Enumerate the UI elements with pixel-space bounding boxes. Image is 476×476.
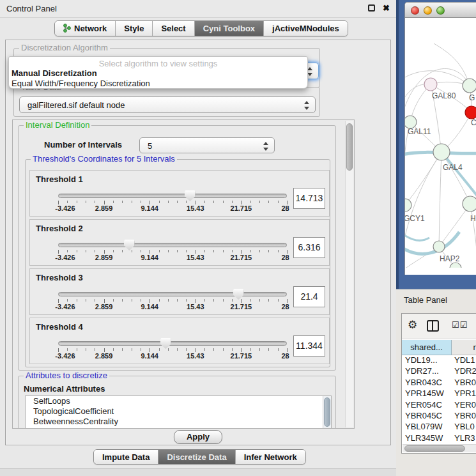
float-window-icon[interactable]: [368, 4, 375, 12]
minimize-traffic-light-icon[interactable]: [424, 6, 432, 15]
threshold-4-slider-thumb[interactable]: [160, 338, 171, 349]
threshold-2-value[interactable]: 6.316: [293, 237, 325, 258]
table-row[interactable]: YBR045CYBR0: [402, 411, 476, 422]
node-label: GCY1: [405, 214, 425, 223]
table-panel-body: ⚙ ☑☑ shared... na YDL19...YDL1 YDR27...Y…: [396, 311, 476, 455]
numerical-attributes-heading: Numerical Attributes: [24, 384, 105, 394]
tab-style-label: Style: [124, 24, 144, 33]
threshold-2-slider-thumb[interactable]: [124, 240, 135, 250]
column-header-name[interactable]: na: [452, 340, 476, 355]
control-panel-window: Control Panel ✖ Network Style Select Cyn: [0, 0, 396, 476]
tab-discretize-data[interactable]: Discretize Data: [158, 450, 235, 464]
table-row[interactable]: YPR145WYPR1: [402, 388, 476, 399]
zoom-traffic-light-icon[interactable]: [436, 6, 445, 15]
combo-arrows-icon: [263, 141, 268, 151]
number-of-intervals-combobox[interactable]: 5: [139, 137, 275, 153]
network-icon: [63, 24, 71, 35]
cyni-bottom-tabs: Impute Data Discretize Data Infer Networ…: [93, 449, 306, 464]
numerical-attributes-list[interactable]: SelfLoops TopologicalCoefficient Between…: [25, 395, 332, 429]
table-row[interactable]: YBR043CYBR0: [402, 378, 476, 388]
attributes-list-scrollbar[interactable]: [323, 396, 331, 429]
table-row[interactable]: YBL079WYBL0: [402, 422, 476, 433]
number-of-intervals-value: 5: [148, 141, 152, 151]
discretization-algorithm-title: Discretization Algorithm: [19, 43, 110, 52]
threshold-3-slider-thumb[interactable]: [233, 289, 244, 300]
tab-jactivemnodules-label: jActiveMNodules: [272, 24, 339, 33]
threshold-1-slider[interactable]: [58, 194, 287, 198]
tab-network-label: Network: [74, 24, 107, 33]
node-table: ⚙ ☑☑ shared... na YDL19...YDL1 YDR27...Y…: [401, 313, 476, 454]
threshold-4-value[interactable]: 11.344: [293, 335, 325, 357]
algorithm-popup-hint: Select algorithm to view settings: [9, 57, 307, 68]
attributes-group: Attributes to discretize Numerical Attri…: [18, 376, 336, 429]
attributes-group-title: Attributes to discretize: [24, 371, 109, 380]
table-toolbar: ⚙ ☑☑: [402, 314, 476, 339]
control-panel-tabs: Network Style Select Cyni Toolbox jActiv…: [54, 20, 348, 36]
tab-infer-network-label: Infer Network: [244, 452, 297, 462]
tab-impute-data-label: Impute Data: [102, 452, 150, 462]
option-manual-discretization[interactable]: Manual Discretization: [9, 68, 307, 79]
threshold-1-panel: Threshold 1 -3.426 2.859: [29, 170, 330, 217]
node-h[interactable]: [463, 196, 476, 211]
node-gal80[interactable]: [424, 78, 437, 91]
tab-cyni-toolbox[interactable]: Cyni Toolbox: [195, 21, 264, 36]
tab-discretize-data-label: Discretize Data: [167, 452, 226, 462]
node-g[interactable]: [463, 79, 476, 93]
threshold-2-scale-labels: -3.426 2.859 9.144 15.43 21.715 28: [58, 254, 287, 261]
threshold-1-value[interactable]: 14.713: [293, 188, 325, 209]
node-gal11[interactable]: [405, 116, 417, 128]
right-panel: GAL80 G C GAL11 GAL4 GCY1 H HAP2 Table P…: [396, 0, 476, 476]
interval-definition-group: Interval Definition Number of Intervals …: [18, 125, 336, 371]
node-label: C: [471, 118, 476, 127]
node-red[interactable]: [465, 106, 476, 119]
table-row[interactable]: YER054CYER0: [402, 400, 476, 411]
table-panel-title: Table Panel: [404, 295, 447, 305]
table-horizontal-scrollbar[interactable]: [403, 444, 476, 452]
option-equal-width-frequency[interactable]: Equal Width/Frequency Discretization: [9, 79, 307, 89]
node-label: G: [469, 93, 475, 102]
network-window-titlebar: [405, 3, 476, 18]
node-label: HAP2: [440, 254, 460, 263]
column-header-shared[interactable]: shared...: [402, 340, 452, 355]
gear-icon[interactable]: ⚙: [408, 318, 417, 332]
table-row[interactable]: YDR27...YDR2: [402, 366, 476, 377]
close-icon[interactable]: ✖: [383, 3, 390, 13]
threshold-2-slider[interactable]: [58, 243, 287, 247]
tab-impute-data[interactable]: Impute Data: [94, 450, 158, 464]
cyni-toolbox-panel: Discretization Algorithm Select algorith…: [5, 40, 391, 445]
node-label: GAL11: [408, 127, 431, 136]
threshold-1-slider-thumb[interactable]: [185, 190, 196, 201]
close-traffic-light-icon[interactable]: [411, 6, 419, 15]
table-row[interactable]: YLR345WYLR3: [402, 433, 476, 444]
control-panel-titlebar: Control Panel ✖: [0, 0, 396, 18]
table-data-combobox[interactable]: galFiltered.sif default node: [19, 96, 316, 113]
network-canvas[interactable]: GAL80 G C GAL11 GAL4 GCY1 H HAP2: [405, 18, 476, 268]
threshold-4-slider[interactable]: [58, 341, 287, 346]
apply-button[interactable]: Apply: [174, 430, 222, 444]
table-panel-titlebar: Table Panel: [396, 289, 476, 311]
table-row[interactable]: YDL19...YDL1: [402, 355, 476, 366]
interval-definition-title: Interval Definition: [24, 121, 91, 130]
table-data-group: Table Data galFiltered.sif default node: [13, 87, 320, 117]
list-item[interactable]: SelfLoops: [26, 396, 331, 406]
tab-network[interactable]: Network: [55, 21, 116, 36]
list-item[interactable]: BetweennessCentrality: [26, 417, 331, 427]
threshold-4-panel: Threshold 4 -3.426 2.859: [29, 318, 330, 364]
settings-vertical-scrollbar[interactable]: [345, 121, 353, 427]
node-gal4[interactable]: [433, 144, 450, 160]
table-data-value: galFiltered.sif default node: [27, 100, 125, 110]
split-columns-icon[interactable]: [427, 320, 439, 332]
node-gcy1[interactable]: [405, 199, 411, 211]
tab-jactivemnodules[interactable]: jActiveMNodules: [264, 21, 348, 36]
threshold-1-scale-labels: -3.426 2.859 9.144 15.43 21.715 28: [58, 204, 287, 212]
threshold-3-slider[interactable]: [58, 292, 287, 296]
list-item[interactable]: TopologicalCoefficient: [26, 406, 331, 417]
threshold-3-value[interactable]: 21.4: [293, 286, 325, 307]
node-hap2[interactable]: [433, 241, 445, 252]
tab-infer-network[interactable]: Infer Network: [236, 450, 305, 464]
select-columns-icon[interactable]: ☑☑: [452, 320, 468, 330]
tab-style[interactable]: Style: [116, 21, 153, 36]
tab-select[interactable]: Select: [153, 21, 194, 36]
node-label: GAL80: [432, 91, 456, 100]
screen: Control Panel ✖ Network Style Select Cyn: [0, 0, 476, 476]
